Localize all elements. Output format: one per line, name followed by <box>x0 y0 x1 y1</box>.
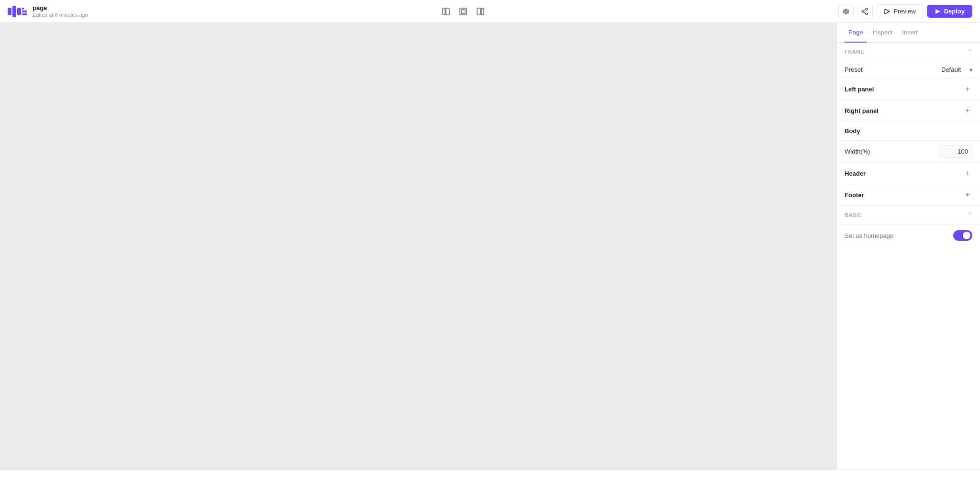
body-section-header: Body <box>837 122 980 141</box>
layout-right-icon <box>476 7 485 16</box>
share-icon <box>861 8 869 15</box>
width-label: Width(%) <box>845 148 870 155</box>
header-add-button[interactable]: + <box>963 168 972 178</box>
preview-button[interactable]: Preview <box>877 4 923 18</box>
deploy-button[interactable]: Deploy <box>927 5 972 18</box>
right-panel-label: Right panel <box>845 107 879 114</box>
svg-rect-6 <box>443 8 445 15</box>
svg-rect-8 <box>460 8 467 15</box>
basic-section-label: BASIC <box>845 212 862 218</box>
preset-label: Preset <box>845 66 863 73</box>
svg-rect-4 <box>22 11 27 12</box>
preview-icon <box>884 8 891 15</box>
svg-rect-5 <box>22 13 27 15</box>
basic-collapse-icon: ⌃ <box>968 212 972 218</box>
frame-section-label: FRAME <box>845 49 865 55</box>
header-section-label: Header <box>845 170 866 177</box>
set-homepage-label: Set as homepage <box>845 232 893 239</box>
width-row: Width(%) <box>837 141 980 163</box>
header-section-row: Header + <box>837 163 980 184</box>
svg-rect-3 <box>22 8 24 10</box>
right-panel-add-button[interactable]: + <box>963 106 972 115</box>
header-bar: page Edited at 6 minutes ago <box>0 0 980 23</box>
canvas-area[interactable] <box>0 23 836 470</box>
share-button[interactable] <box>858 4 873 19</box>
tab-page[interactable]: Page <box>845 23 867 43</box>
page-info: page Edited at 6 minutes ago <box>33 4 88 18</box>
left-panel-label: Left panel <box>845 86 874 93</box>
svg-rect-1 <box>12 6 16 17</box>
svg-rect-10 <box>477 8 480 15</box>
canvas-content <box>0 23 836 470</box>
main-area: Page Inspect Insert FRAME ⌃ Preset Defau… <box>0 23 980 470</box>
header-right: Preview Deploy <box>838 4 972 19</box>
preset-select-wrapper[interactable]: Default Custom <box>941 66 972 73</box>
layout-right-view-button[interactable] <box>473 4 488 19</box>
preview-label: Preview <box>893 8 915 15</box>
body-section-label: Body <box>845 127 860 134</box>
page-subtitle: Edited at 6 minutes ago <box>33 12 88 18</box>
frame-section-header[interactable]: FRAME ⌃ <box>837 43 980 61</box>
svg-rect-7 <box>446 8 449 15</box>
toggle-slider <box>953 230 972 241</box>
svg-rect-0 <box>8 8 11 15</box>
left-panel-row: Left panel + <box>837 78 980 100</box>
footer-section-row: Footer + <box>837 184 980 206</box>
deploy-icon <box>935 8 941 15</box>
settings-icon <box>842 8 850 15</box>
frame-collapse-icon: ⌃ <box>968 48 972 55</box>
settings-button[interactable] <box>838 4 854 19</box>
svg-rect-2 <box>17 8 21 15</box>
svg-rect-11 <box>481 8 484 15</box>
preset-select[interactable]: Default Custom <box>941 66 972 73</box>
right-panel-row: Right panel + <box>837 100 980 122</box>
page-title: page <box>33 4 88 12</box>
tab-insert[interactable]: Insert <box>898 23 922 43</box>
left-panel-add-button[interactable]: + <box>963 84 972 94</box>
basic-section-header[interactable]: BASIC ⌃ <box>837 206 980 224</box>
logo-icon <box>8 6 27 17</box>
set-homepage-row: Set as homepage <box>837 224 980 246</box>
layout-left-view-button[interactable] <box>438 4 454 19</box>
footer-section-label: Footer <box>845 191 864 199</box>
width-input[interactable] <box>939 145 972 157</box>
footer-add-button[interactable]: + <box>963 190 972 200</box>
layout-center-view-button[interactable] <box>456 4 471 19</box>
deploy-label: Deploy <box>944 8 965 15</box>
svg-rect-9 <box>461 10 465 13</box>
layout-left-icon <box>442 7 450 16</box>
right-panel: Page Inspect Insert FRAME ⌃ Preset Defau… <box>836 23 980 470</box>
bottom-bar <box>0 470 980 481</box>
tab-inspect[interactable]: Inspect <box>869 23 896 43</box>
panel-tabs: Page Inspect Insert <box>837 23 980 43</box>
layout-center-icon <box>459 7 468 16</box>
logo <box>8 6 27 17</box>
set-homepage-toggle[interactable] <box>953 230 972 241</box>
header-left: page Edited at 6 minutes ago <box>8 4 88 18</box>
preset-row: Preset Default Custom <box>837 61 980 78</box>
header-center <box>438 4 488 19</box>
